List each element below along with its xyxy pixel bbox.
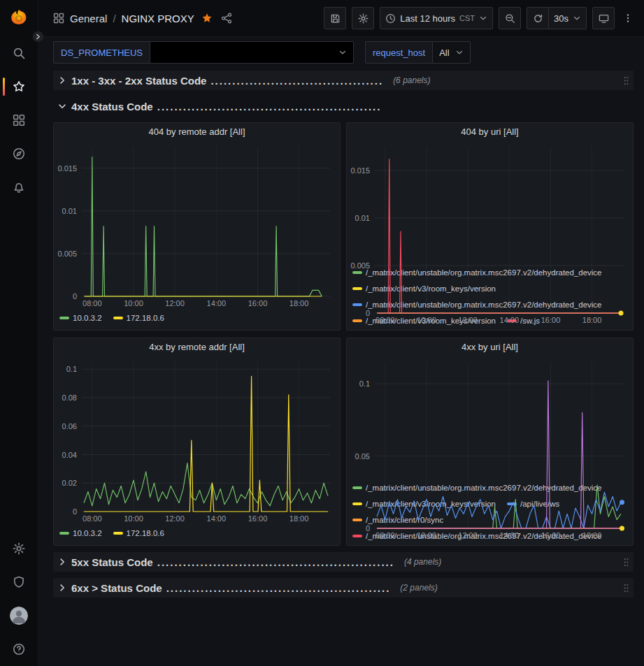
dashboard-submenu: DS_PROMETHEUS request_host All	[38, 37, 644, 66]
chevron-right-icon	[58, 584, 66, 592]
legend-swatch	[59, 532, 69, 535]
panel-title[interactable]: 4xx by uri [All]	[347, 338, 633, 356]
series-end-dot	[620, 526, 624, 531]
chevron-right-icon	[35, 34, 41, 40]
panel-chart-area[interactable]: 08:0010:0012:0014:0016:0018:0000.050.1	[347, 356, 633, 479]
expand-sidebar-button[interactable]	[32, 31, 44, 43]
row-4xx-status-code[interactable]: 4xx Status Code ........................…	[53, 96, 634, 116]
legend-item[interactable]: 10.0.3.2	[59, 526, 102, 540]
panel-title[interactable]: 4xx by remote addr [All]	[54, 338, 340, 356]
refresh-button[interactable]	[527, 7, 549, 29]
y-axis-tick-label: 0.005	[57, 249, 77, 258]
save-dashboard-button[interactable]	[324, 7, 346, 29]
row-drag-handle[interactable]	[619, 583, 634, 593]
sidebar-item-help[interactable]	[0, 632, 38, 666]
tv-mode-icon	[599, 13, 609, 24]
series-line	[378, 159, 620, 313]
zoom-out-button[interactable]	[499, 7, 521, 29]
row-6xx-status-code[interactable]: 6xx > Status Code ......................…	[53, 578, 634, 598]
row-panel-count: (2 panels)	[400, 583, 437, 593]
sidebar	[0, 0, 38, 666]
legend-item[interactable]: 172.18.0.6	[113, 526, 164, 540]
user-avatar	[10, 607, 28, 625]
row-dots: ........................................…	[166, 582, 391, 594]
request-host-value-dropdown[interactable]: All	[432, 41, 470, 64]
server-admin-shield-icon	[13, 576, 25, 588]
dashboard-settings-button[interactable]	[352, 7, 374, 29]
sidebar-item-profile[interactable]	[0, 599, 38, 632]
row-5xx-status-code[interactable]: 5xx Status Code ........................…	[53, 552, 634, 572]
sidebar-item-search[interactable]	[0, 36, 38, 70]
kebab-menu-icon	[623, 13, 633, 23]
x-axis-tick-label: 08:00	[375, 316, 395, 324]
sidebar-item-starred[interactable]	[0, 70, 38, 103]
legend-swatch	[113, 317, 123, 319]
row-drag-handle[interactable]	[619, 557, 634, 567]
x-axis-tick-label: 16:00	[541, 316, 561, 324]
sidebar-item-explore[interactable]	[0, 137, 38, 171]
zoom-out-icon	[505, 13, 515, 24]
row-title: 1xx - 3xx - 2xx Status Code	[71, 75, 206, 87]
x-axis-tick-label: 14:00	[207, 299, 227, 307]
kebab-menu-button[interactable]	[620, 7, 636, 29]
legend-item[interactable]: 172.18.0.6	[113, 311, 164, 325]
y-axis-tick-label: 0.015	[57, 164, 77, 173]
series-line	[377, 381, 621, 528]
legend-item[interactable]: 10.0.3.2	[59, 311, 102, 325]
x-axis-tick-label: 14:00	[500, 531, 520, 540]
datasource-value-dropdown[interactable]	[150, 41, 354, 64]
timeseries-chart[interactable]: 08:0010:0012:0014:0016:0018:0000.020.040…	[54, 356, 340, 524]
apps-icon	[53, 13, 64, 24]
sidebar-item-alerting[interactable]	[0, 171, 38, 204]
series-line	[84, 376, 328, 512]
y-axis-tick-label: 0.08	[62, 393, 77, 402]
panel-chart-area[interactable]: 08:0010:0012:0014:0016:0018:0000.0050.01…	[54, 141, 340, 309]
refresh-group: 30s	[527, 7, 587, 29]
datasource-variable-label: DS_PROMETHEUS	[53, 41, 150, 64]
breadcrumb: General / NGINX PROXY	[53, 13, 232, 24]
y-axis-tick-label: 0.1	[359, 379, 370, 388]
y-axis-tick-label: 0.04	[62, 451, 77, 459]
grafana-logo[interactable]	[0, 0, 38, 36]
tv-mode-button[interactable]	[592, 7, 615, 29]
x-axis-tick-label: 12:00	[458, 316, 478, 324]
panel-legend: 10.0.3.2172.18.0.6	[54, 309, 340, 330]
row-dots: ........................................…	[157, 556, 394, 568]
panel-chart-area[interactable]: 08:0010:0012:0014:0016:0018:0000.0050.01…	[347, 141, 633, 264]
dashboard-toolbar: Last 12 hours CST 30s	[324, 7, 636, 29]
panel-title[interactable]: 404 by uri [All]	[347, 123, 633, 141]
y-axis-tick-label: 0	[73, 292, 77, 301]
legend-label: 172.18.0.6	[127, 526, 164, 540]
chevron-down-icon	[455, 48, 464, 57]
sidebar-item-dashboards[interactable]	[0, 103, 38, 137]
sidebar-item-server-admin[interactable]	[0, 565, 38, 599]
row-dots: ........................................	[210, 75, 383, 87]
row-1xx-3xx-2xx-status-code[interactable]: 1xx - 3xx - 2xx Status Code ............…	[53, 71, 634, 90]
sidebar-top-nav	[0, 36, 38, 204]
chevron-right-icon	[58, 558, 66, 566]
time-range-picker[interactable]: Last 12 hours CST	[380, 7, 493, 29]
share-icon[interactable]	[221, 13, 232, 24]
row-drag-handle[interactable]	[619, 75, 634, 86]
x-axis-tick-label: 12:00	[165, 299, 185, 307]
row-title: 4xx Status Code	[71, 101, 153, 113]
top-navigation: General / NGINX PROXY La	[38, 0, 644, 37]
refresh-interval-dropdown[interactable]: 30s	[549, 7, 587, 29]
timeseries-chart[interactable]: 08:0010:0012:0014:0016:0018:0000.0050.01…	[347, 141, 633, 326]
dashboard-title: NGINX PROXY	[122, 13, 194, 24]
settings-gear-icon	[358, 13, 368, 24]
save-icon	[330, 13, 341, 24]
panel-title[interactable]: 404 by remote addr [All]	[54, 123, 340, 141]
variable-request-host: request_host All	[365, 41, 471, 64]
panel-chart-area[interactable]: 08:0010:0012:0014:0016:0018:0000.020.040…	[54, 356, 340, 524]
breadcrumb-folder[interactable]: General	[70, 13, 107, 24]
timeseries-chart[interactable]: 08:0010:0012:0014:0016:0018:0000.050.1	[347, 356, 633, 541]
chevron-down-icon	[58, 102, 66, 110]
legend-swatch	[59, 317, 69, 319]
panel-4xx-by-uri: 4xx by uri [All] 08:0010:0012:0014:0016:…	[346, 338, 634, 546]
timeseries-chart[interactable]: 08:0010:0012:0014:0016:0018:0000.0050.01…	[54, 141, 340, 309]
sidebar-item-configuration[interactable]	[0, 532, 38, 565]
series-line	[84, 463, 328, 506]
favorite-star-icon[interactable]	[201, 13, 213, 24]
y-axis-tick-label: 0.02	[62, 479, 77, 487]
